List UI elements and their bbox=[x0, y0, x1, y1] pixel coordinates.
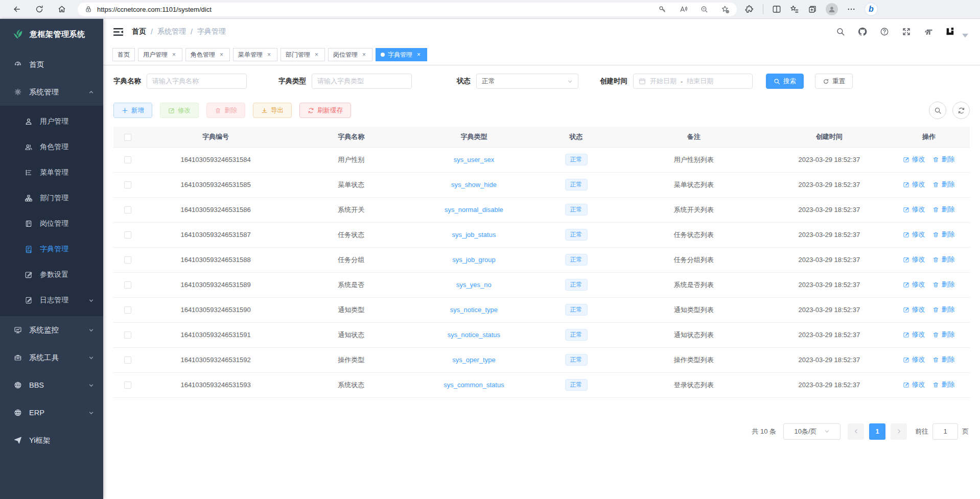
tab-菜单管理[interactable]: 菜单管理× bbox=[233, 48, 277, 61]
row-delete-button[interactable]: 删除 bbox=[932, 280, 954, 289]
row-edit-button[interactable]: 修改 bbox=[903, 280, 925, 289]
dict-type-link[interactable]: sys_normal_disable bbox=[445, 206, 503, 213]
sidebar-item-部门管理[interactable]: 部门管理 bbox=[0, 185, 103, 211]
breadcrumb-system[interactable]: 系统管理 bbox=[157, 27, 186, 36]
row-edit-button[interactable]: 修改 bbox=[903, 255, 925, 264]
dict-type-link[interactable]: sys_common_status bbox=[444, 381, 504, 389]
fullscreen-icon[interactable] bbox=[902, 27, 911, 36]
split-screen-icon[interactable] bbox=[772, 5, 781, 14]
sidebar-item-日志管理[interactable]: 日志管理 bbox=[0, 288, 103, 313]
dict-type-link[interactable]: sys_notice_type bbox=[450, 306, 498, 314]
prev-page-button[interactable] bbox=[848, 423, 864, 440]
favorite-add-icon[interactable] bbox=[721, 5, 730, 14]
dict-type-link[interactable]: sys_user_sex bbox=[454, 156, 494, 163]
row-checkbox[interactable] bbox=[124, 281, 131, 289]
row-edit-button[interactable]: 修改 bbox=[903, 230, 925, 239]
row-checkbox[interactable] bbox=[124, 331, 131, 339]
row-checkbox[interactable] bbox=[124, 357, 131, 364]
sidebar-item-系统管理[interactable]: 系统管理 bbox=[0, 78, 103, 106]
dict-type-input[interactable]: 请输入字典类型 bbox=[312, 74, 412, 89]
row-delete-button[interactable]: 删除 bbox=[932, 230, 954, 239]
sidebar-item-首页[interactable]: 首页 bbox=[0, 51, 103, 78]
row-edit-button[interactable]: 修改 bbox=[903, 180, 925, 189]
read-aloud-icon[interactable] bbox=[679, 5, 688, 14]
collections-icon[interactable] bbox=[808, 5, 817, 14]
date-range-picker[interactable]: 开始日期 - 结束日期 bbox=[633, 74, 753, 89]
help-icon[interactable] bbox=[880, 27, 889, 36]
close-tab-icon[interactable]: × bbox=[361, 52, 367, 58]
browser-back-icon[interactable] bbox=[12, 5, 21, 14]
row-edit-button[interactable]: 修改 bbox=[903, 205, 925, 214]
close-tab-icon[interactable]: × bbox=[313, 52, 320, 58]
tab-部门管理[interactable]: 部门管理× bbox=[281, 48, 325, 61]
sidebar-item-系统工具[interactable]: 系统工具 bbox=[0, 344, 103, 371]
sidebar-item-参数设置[interactable]: 参数设置 bbox=[0, 262, 103, 288]
row-checkbox[interactable] bbox=[124, 256, 131, 264]
row-edit-button[interactable]: 修改 bbox=[903, 330, 925, 339]
toggle-search-button[interactable] bbox=[929, 102, 946, 119]
bing-chat-icon[interactable]: b bbox=[865, 3, 878, 16]
tab-字典管理[interactable]: 字典管理× bbox=[376, 48, 427, 61]
refresh-table-button[interactable] bbox=[952, 102, 970, 119]
page-size-select[interactable]: 10条/页 bbox=[783, 423, 841, 440]
address-bar[interactable]: https://ccnetcore.com:1101/system/dict bbox=[78, 3, 737, 16]
row-delete-button[interactable]: 删除 bbox=[932, 305, 954, 314]
row-checkbox[interactable] bbox=[124, 231, 131, 239]
dict-type-link[interactable]: sys_job_group bbox=[452, 256, 496, 264]
browser-home-icon[interactable] bbox=[57, 5, 66, 14]
user-avatar-logo[interactable] bbox=[946, 27, 955, 36]
sidebar-item-用户管理[interactable]: 用户管理 bbox=[0, 109, 103, 134]
sidebar-item-BBS[interactable]: BBS bbox=[0, 371, 103, 399]
tab-岗位管理[interactable]: 岗位管理× bbox=[328, 48, 372, 61]
row-delete-button[interactable]: 删除 bbox=[932, 205, 954, 214]
row-edit-button[interactable]: 修改 bbox=[903, 355, 925, 364]
dict-type-link[interactable]: sys_oper_type bbox=[452, 356, 496, 364]
breadcrumb-home[interactable]: 首页 bbox=[132, 27, 146, 36]
dict-type-link[interactable]: sys_job_status bbox=[452, 231, 496, 239]
row-delete-button[interactable]: 删除 bbox=[932, 355, 954, 364]
sidebar-item-系统监控[interactable]: 系统监控 bbox=[0, 316, 103, 344]
collapse-sidebar-icon[interactable] bbox=[113, 28, 123, 36]
extensions-icon[interactable] bbox=[745, 5, 754, 14]
header-search-icon[interactable] bbox=[836, 27, 845, 36]
browser-profile-avatar[interactable] bbox=[826, 3, 838, 15]
delete-button[interactable]: 删除 bbox=[206, 103, 245, 118]
row-edit-button[interactable]: 修改 bbox=[903, 155, 925, 164]
next-page-button[interactable] bbox=[891, 423, 907, 440]
dict-type-link[interactable]: sys_show_hide bbox=[451, 181, 497, 188]
goto-page-input[interactable]: 1 bbox=[932, 423, 958, 440]
row-edit-button[interactable]: 修改 bbox=[903, 380, 925, 389]
export-button[interactable]: 导出 bbox=[253, 103, 292, 118]
search-button[interactable]: 搜索 bbox=[766, 74, 804, 89]
sidebar-item-ERP[interactable]: ERP bbox=[0, 399, 103, 426]
sidebar-item-Yi框架[interactable]: Yi框架 bbox=[0, 426, 103, 454]
row-delete-button[interactable]: 删除 bbox=[932, 255, 954, 264]
close-tab-icon[interactable]: × bbox=[266, 52, 272, 58]
github-icon[interactable] bbox=[858, 27, 867, 36]
app-logo[interactable]: 意框架管理系统 bbox=[0, 19, 103, 50]
refresh-cache-button[interactable]: 刷新缓存 bbox=[299, 103, 351, 118]
sidebar-item-菜单管理[interactable]: 菜单管理 bbox=[0, 160, 103, 185]
row-edit-button[interactable]: 修改 bbox=[903, 305, 925, 314]
zoom-out-icon[interactable] bbox=[700, 5, 709, 14]
sidebar-item-岗位管理[interactable]: 岗位管理 bbox=[0, 211, 103, 236]
avatar-caret-down-icon[interactable] bbox=[961, 31, 970, 40]
status-select[interactable]: 正常 bbox=[476, 74, 578, 89]
row-checkbox[interactable] bbox=[124, 382, 131, 389]
tab-首页[interactable]: 首页 bbox=[112, 48, 135, 61]
row-delete-button[interactable]: 删除 bbox=[932, 330, 954, 339]
reset-button[interactable]: 重置 bbox=[815, 74, 853, 89]
dict-type-link[interactable]: sys_notice_status bbox=[448, 331, 500, 339]
browser-menu-icon[interactable] bbox=[847, 5, 856, 14]
row-checkbox[interactable] bbox=[124, 156, 131, 163]
row-delete-button[interactable]: 删除 bbox=[932, 180, 954, 189]
sidebar-item-角色管理[interactable]: 角色管理 bbox=[0, 134, 103, 160]
page-number-1[interactable]: 1 bbox=[869, 423, 885, 440]
row-delete-button[interactable]: 删除 bbox=[932, 380, 954, 389]
favorites-icon[interactable] bbox=[790, 5, 799, 14]
password-key-icon[interactable] bbox=[658, 5, 667, 14]
row-checkbox[interactable] bbox=[124, 206, 131, 213]
dict-type-link[interactable]: sys_yes_no bbox=[456, 281, 492, 289]
text-size-icon[interactable] bbox=[924, 27, 933, 36]
select-all-checkbox[interactable] bbox=[124, 134, 131, 141]
